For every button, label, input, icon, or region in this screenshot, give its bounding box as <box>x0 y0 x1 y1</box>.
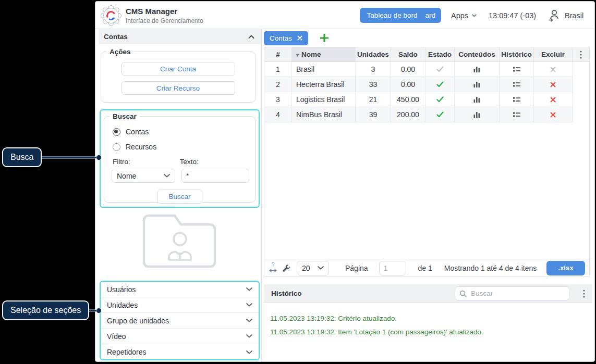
radio-accounts[interactable]: Contas <box>113 128 255 136</box>
close-icon[interactable] <box>297 35 302 41</box>
sidebar-item-video[interactable]: Vídeo <box>101 329 259 344</box>
history-button[interactable] <box>500 77 534 92</box>
radio-resources[interactable]: Recursos <box>113 143 255 151</box>
radio-accounts-label: Contas <box>126 128 149 136</box>
row-balance: 200.00 <box>391 107 425 122</box>
history-search-input[interactable] <box>455 286 569 300</box>
search-button[interactable]: Buscar <box>157 190 202 204</box>
history-search[interactable] <box>455 286 569 300</box>
contents-button[interactable] <box>455 77 500 92</box>
empty-folder-user-icon <box>140 211 220 273</box>
sidebar-item-unidades[interactable]: Unidades <box>101 297 259 313</box>
column-menu-button[interactable] <box>573 47 589 61</box>
history-header: Histórico <box>264 284 592 303</box>
settings-wrench-button[interactable] <box>282 264 290 272</box>
column-header-nome[interactable]: Nome <box>292 47 356 61</box>
user-name[interactable]: Brasil <box>565 2 583 29</box>
annotation-selecao-text: Seleção de seções <box>10 306 81 315</box>
check-icon <box>436 111 444 118</box>
sidebar-item-usuarios[interactable]: Usuários <box>101 282 259 297</box>
dashboard-button-behind-label: ard <box>425 11 435 19</box>
column-header-historico[interactable]: Histórico <box>500 47 534 61</box>
contents-button[interactable] <box>455 92 500 107</box>
export-xlsx-button[interactable]: .xlsx <box>546 261 585 275</box>
add-tab-button[interactable] <box>320 34 329 42</box>
annotation-busca: Busca <box>2 147 42 167</box>
contents-button[interactable] <box>455 107 500 122</box>
history-log: 11.05.2023 13:19:32: Critério atualizado… <box>264 303 592 339</box>
table-row[interactable]: 2 Hecterra Brasil 33 0.00 <box>264 77 589 92</box>
state-toggle[interactable] <box>425 107 455 122</box>
list-icon <box>513 96 520 103</box>
state-toggle[interactable] <box>425 62 455 77</box>
chevron-down-icon <box>318 266 324 270</box>
text-input[interactable] <box>181 169 249 183</box>
sidebar-item-repetidores[interactable]: Repetidores <box>101 344 259 360</box>
search-legend: Buscar <box>110 112 140 120</box>
search-icon <box>459 290 467 297</box>
dashboard-button[interactable]: Tableau de bord <box>360 8 424 23</box>
column-header-excluir[interactable]: Excluir <box>534 47 573 61</box>
sidebar-panel-header[interactable]: Contas <box>99 29 261 44</box>
filter-label: Filtro: <box>113 158 130 166</box>
tab-contas[interactable]: Contas <box>264 31 308 45</box>
tab-contas-label: Contas <box>270 34 292 42</box>
column-header-unidades[interactable]: Unidades <box>356 47 391 61</box>
radio-resources-label: Recursos <box>126 143 156 151</box>
row-name: Logistics Brasil <box>292 92 356 107</box>
table-row[interactable]: 4 NimBus Brasil 39 200.00 <box>264 107 589 122</box>
page-size-select[interactable]: 20 <box>297 261 329 275</box>
annotation-busca-dot <box>96 155 101 160</box>
table-row[interactable]: 3 Logistics Brasil 21 450.00 <box>264 92 589 107</box>
column-header-saldo[interactable]: Saldo <box>391 47 425 61</box>
fit-columns-icon[interactable]: ? <box>269 263 277 273</box>
sections-highlight-box: Usuários Unidades Grupo de unidades Víde… <box>100 281 260 360</box>
actions-fieldset: Ações Criar Conta Criar Recurso <box>101 48 256 103</box>
delete-button[interactable] <box>534 107 573 122</box>
page-input[interactable] <box>379 261 406 275</box>
chevron-down-icon <box>472 14 477 17</box>
sidebar-item-grupo-de-unidades[interactable]: Grupo de unidades <box>101 313 259 329</box>
delete-button[interactable] <box>534 62 573 77</box>
apps-menu[interactable]: Apps <box>451 2 477 29</box>
section-label: Repetidores <box>107 348 147 356</box>
section-label: Usuários <box>107 285 136 294</box>
radio-resources-control[interactable] <box>113 143 120 151</box>
x-icon <box>550 97 556 103</box>
table-row[interactable]: 1 Brasil 3 0.00 <box>264 62 589 77</box>
history-button[interactable] <box>500 62 534 77</box>
annotation-busca-connector <box>35 157 97 158</box>
delete-button[interactable] <box>534 92 573 107</box>
bar-chart-icon <box>473 111 480 118</box>
list-icon <box>513 111 520 118</box>
row-num: 4 <box>264 107 292 122</box>
chevron-down-icon <box>246 319 252 322</box>
history-button[interactable] <box>500 92 534 107</box>
check-icon <box>436 66 444 72</box>
delete-button[interactable] <box>534 77 573 92</box>
column-header-conteudos[interactable]: Conteúdos <box>455 47 500 61</box>
search-highlight-box: Buscar Contas Recursos Filtro: Texto: No… <box>100 109 260 208</box>
clock: 13:09:47 (-03) <box>489 2 536 29</box>
history-menu-button[interactable] <box>583 290 585 298</box>
user-switch-icon[interactable] <box>548 9 559 24</box>
state-toggle[interactable] <box>425 77 455 92</box>
kebab-menu-icon <box>583 290 585 298</box>
section-label: Grupo de unidades <box>107 317 169 325</box>
create-resource-button[interactable]: Criar Recurso <box>121 81 235 95</box>
history-button[interactable] <box>500 107 534 122</box>
create-account-button[interactable]: Criar Conta <box>121 62 235 76</box>
column-header-estado[interactable]: Estado <box>425 47 455 61</box>
contents-button[interactable] <box>455 62 500 77</box>
row-units: 3 <box>356 62 391 77</box>
row-units: 39 <box>356 107 391 122</box>
column-header-num[interactable]: # <box>264 47 292 61</box>
kebab-menu-icon <box>580 51 582 59</box>
row-balance: 450.00 <box>391 92 425 107</box>
bar-chart-icon <box>473 96 480 103</box>
row-name: Hecterra Brasil <box>292 77 356 92</box>
radio-accounts-control[interactable] <box>113 128 120 136</box>
state-toggle[interactable] <box>425 92 455 107</box>
filter-select[interactable]: Nome <box>112 169 175 183</box>
sort-desc-icon <box>296 51 301 58</box>
